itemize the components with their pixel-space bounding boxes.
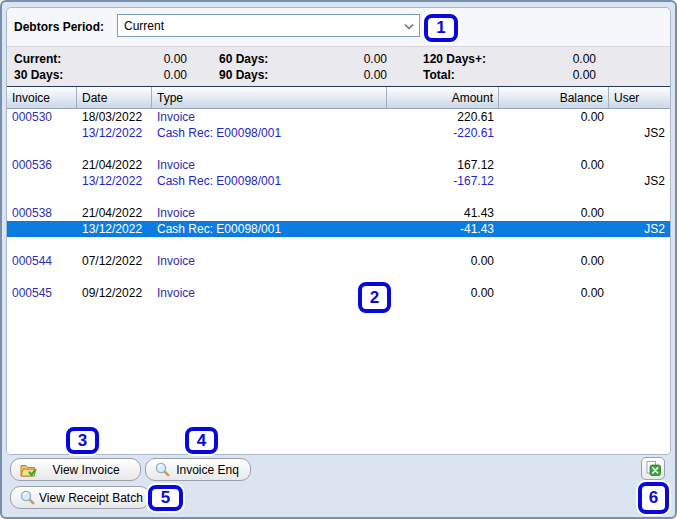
cell-invoice: 000545 xyxy=(7,285,77,301)
invoice-enq-label: Invoice Enq xyxy=(174,463,241,477)
summary-total-label: Total: xyxy=(423,67,455,83)
cell-user xyxy=(609,109,670,125)
cell-invoice xyxy=(7,173,77,189)
cell-date: 13/12/2022 xyxy=(77,125,152,141)
cell-user: JS2 xyxy=(609,221,670,237)
summary-60days-label: 60 Days: xyxy=(219,51,268,67)
cell-type: Invoice xyxy=(152,285,387,301)
summary-90days-label: 90 Days: xyxy=(219,67,268,83)
cell-date: 18/03/2022 xyxy=(77,109,152,125)
cell-user xyxy=(609,157,670,173)
cell-balance: 0.00 xyxy=(499,109,609,125)
annotation-3: 3 xyxy=(66,427,99,454)
cell-balance: 0.00 xyxy=(499,205,609,221)
cell-user xyxy=(609,253,670,269)
summary-30days-value: 0.00 xyxy=(164,67,187,83)
table-row[interactable]: 13/12/2022Cash Rec: E00098/001-167.12JS2 xyxy=(7,173,670,189)
ageing-summary-panel: Current: 0.00 60 Days: 0.00 120 Days+: 0… xyxy=(7,46,670,86)
column-header-invoice[interactable]: Invoice xyxy=(7,87,77,108)
summary-90days-value: 0.00 xyxy=(364,67,387,83)
cell-amount: 41.43 xyxy=(387,205,499,221)
folder-open-icon xyxy=(20,463,37,477)
column-header-type[interactable]: Type xyxy=(152,87,387,108)
cell-invoice: 000530 xyxy=(7,109,77,125)
cell-amount: -167.12 xyxy=(387,173,499,189)
table-row[interactable]: 00054509/12/2022Invoice0.000.00 xyxy=(7,285,670,301)
summary-current-value: 0.00 xyxy=(164,51,187,67)
debtors-period-dropdown[interactable]: Current xyxy=(117,14,420,37)
cell-date: 07/12/2022 xyxy=(77,253,152,269)
cell-balance: 0.00 xyxy=(499,157,609,173)
cell-amount: -41.43 xyxy=(387,221,499,237)
chevron-down-icon[interactable] xyxy=(403,23,415,31)
view-invoice-button[interactable]: View Invoice xyxy=(10,458,141,481)
summary-60days-value: 0.00 xyxy=(364,51,387,67)
annotation-6: 6 xyxy=(638,482,669,514)
cell-invoice: 000536 xyxy=(7,157,77,173)
cell-invoice xyxy=(7,221,77,237)
cell-user xyxy=(609,285,670,301)
excel-export-icon xyxy=(646,461,661,476)
cell-date: 13/12/2022 xyxy=(77,221,152,237)
column-header-user[interactable]: User xyxy=(609,87,670,108)
magnifier-icon xyxy=(20,490,35,505)
cell-user xyxy=(609,205,670,221)
table-row[interactable]: 00053821/04/2022Invoice41.430.00 xyxy=(7,205,670,221)
table-row[interactable]: 00054407/12/2022Invoice0.000.00 xyxy=(7,253,670,269)
cell-balance xyxy=(499,125,609,141)
table-row[interactable]: 13/12/2022Cash Rec: E00098/001-220.61JS2 xyxy=(7,125,670,141)
annotation-1: 1 xyxy=(424,14,458,42)
table-row[interactable]: 00053018/03/2022Invoice220.610.00 xyxy=(7,109,670,125)
table-row-blank xyxy=(7,141,670,157)
cell-amount: 0.00 xyxy=(387,253,499,269)
column-header-amount[interactable]: Amount xyxy=(387,87,499,108)
cell-amount: -220.61 xyxy=(387,125,499,141)
annotation-5: 5 xyxy=(148,485,183,511)
table-row-blank xyxy=(7,189,670,205)
cell-invoice: 000538 xyxy=(7,205,77,221)
cell-amount: 167.12 xyxy=(387,157,499,173)
cell-type: Invoice xyxy=(152,205,387,221)
summary-current-label: Current: xyxy=(14,51,61,67)
cell-invoice xyxy=(7,125,77,141)
cell-balance xyxy=(499,221,609,237)
table-row[interactable]: 00053621/04/2022Invoice167.120.00 xyxy=(7,157,670,173)
view-invoice-label: View Invoice xyxy=(41,463,131,477)
cell-type: Invoice xyxy=(152,157,387,173)
cell-date: 21/04/2022 xyxy=(77,205,152,221)
debtors-groupbox: Debtors Period: Current Current: 0.00 60… xyxy=(6,7,671,455)
cell-type: Cash Rec: E00098/001 xyxy=(152,125,387,141)
cell-date: 13/12/2022 xyxy=(77,173,152,189)
cell-balance xyxy=(499,173,609,189)
cell-invoice: 000544 xyxy=(7,253,77,269)
cell-type: Invoice xyxy=(152,109,387,125)
export-to-excel-button[interactable] xyxy=(641,457,665,480)
debtors-period-value: Current xyxy=(124,19,164,33)
view-receipt-batch-button[interactable]: View Receipt Batch xyxy=(10,486,150,509)
summary-30days-label: 30 Days: xyxy=(14,67,63,83)
debtors-enquiry-window: Debtors Period: Current Current: 0.00 60… xyxy=(0,0,677,519)
cell-date: 21/04/2022 xyxy=(77,157,152,173)
cell-type: Cash Rec: E00098/001 xyxy=(152,221,387,237)
invoice-transactions-table: Invoice Date Type Amount Balance User 00… xyxy=(7,86,670,454)
summary-120days-value: 0.00 xyxy=(573,51,596,67)
magnifier-icon xyxy=(155,462,170,477)
table-header-row: Invoice Date Type Amount Balance User xyxy=(7,87,670,109)
table-row-blank xyxy=(7,237,670,253)
cell-type: Invoice xyxy=(152,253,387,269)
annotation-2: 2 xyxy=(358,282,391,313)
table-row-blank xyxy=(7,269,670,285)
cell-amount: 220.61 xyxy=(387,109,499,125)
summary-120days-label: 120 Days+: xyxy=(423,51,486,67)
column-header-balance[interactable]: Balance xyxy=(499,87,609,108)
cell-amount: 0.00 xyxy=(387,285,499,301)
view-receipt-batch-label: View Receipt Batch xyxy=(39,491,143,505)
invoice-table-body: 00053018/03/2022Invoice220.610.0013/12/2… xyxy=(7,109,670,301)
column-header-date[interactable]: Date xyxy=(77,87,152,108)
table-row[interactable]: 13/12/2022Cash Rec: E00098/001-41.43JS2 xyxy=(7,221,670,237)
annotation-4: 4 xyxy=(185,427,218,454)
invoice-enq-button[interactable]: Invoice Enq xyxy=(145,458,251,481)
cell-balance: 0.00 xyxy=(499,285,609,301)
cell-user: JS2 xyxy=(609,125,670,141)
debtors-period-label: Debtors Period: xyxy=(14,20,104,34)
